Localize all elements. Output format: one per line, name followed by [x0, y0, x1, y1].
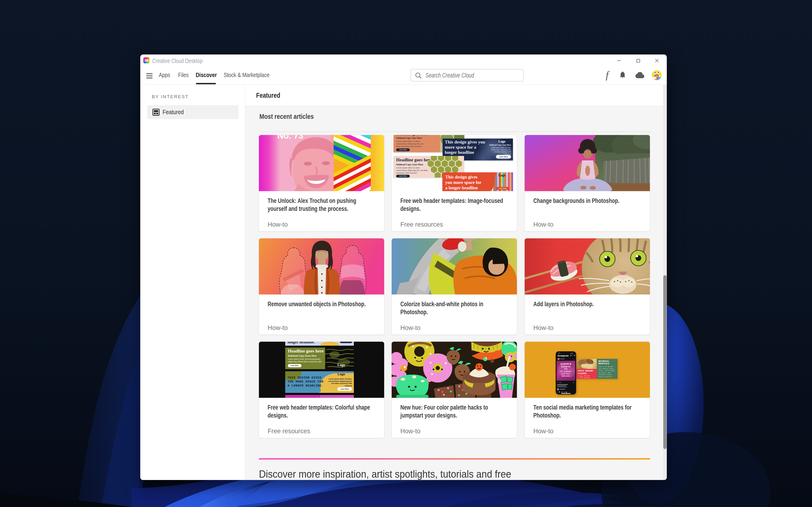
- svg-text:f: f: [606, 70, 610, 81]
- svg-text:No. 73: No. 73: [277, 135, 303, 140]
